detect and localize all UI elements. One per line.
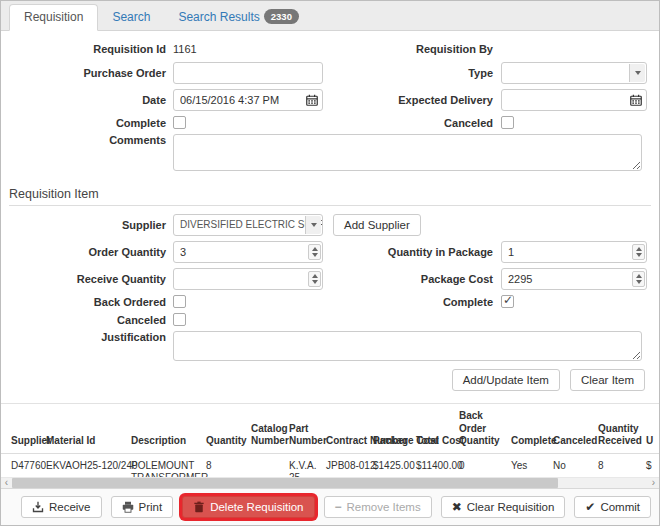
supplier-label: Supplier: [1, 219, 166, 231]
add-update-item-button[interactable]: Add/Update Item: [452, 369, 560, 391]
clear-item-button[interactable]: Clear Item: [570, 369, 645, 391]
chevron-down-icon: [629, 64, 645, 82]
print-button-label: Print: [139, 501, 163, 513]
number-stepper-icon[interactable]: [308, 271, 321, 287]
clear-requisition-button-label: Clear Requisition: [467, 501, 555, 513]
receive-quantity-input[interactable]: [173, 268, 323, 290]
table-cell: K.V.A. 25 120/240: [289, 453, 326, 477]
items-table-header: SupplierMaterial IdDescriptionQuantityCa…: [1, 404, 659, 454]
scrollbar-track[interactable]: [558, 478, 648, 488]
table-cell: Yes: [511, 453, 553, 477]
receive-quantity-label: Receive Quantity: [1, 273, 166, 285]
complete-checkbox[interactable]: [173, 116, 186, 129]
table-cell: 8: [206, 453, 251, 477]
quantity-in-package-input[interactable]: [501, 241, 647, 263]
table-header-cell: Quantity: [206, 404, 251, 454]
table-header-cell: Total Cost: [416, 404, 459, 454]
receive-button[interactable]: Receive: [21, 496, 102, 518]
justification-textarea[interactable]: [173, 331, 642, 361]
package-cost-label: Package Cost: [333, 273, 493, 285]
table-cell: EKVAOH25-120/240: [46, 453, 131, 477]
comments-label: Comments: [1, 134, 166, 146]
number-stepper-icon[interactable]: [632, 244, 645, 260]
quantity-in-package-label: Quantity in Package: [333, 246, 493, 258]
table-header-cell: Package Cost: [373, 404, 416, 454]
print-button[interactable]: Print: [111, 496, 174, 518]
table-cell: JPB08-012: [326, 453, 373, 477]
requisition-app: { "tabs": { "requisition": "Requisition"…: [0, 0, 660, 526]
table-header-cell: Description: [131, 404, 206, 454]
purchase-order-label: Purchase Order: [1, 67, 166, 79]
back-ordered-checkbox[interactable]: [173, 295, 186, 308]
tab-search-results-label: Search Results: [178, 10, 259, 24]
comments-textarea[interactable]: [173, 134, 642, 171]
tab-search[interactable]: Search: [98, 5, 164, 30]
table-cell: [251, 453, 289, 477]
table-cell: $1425.00: [373, 453, 416, 477]
package-cost-input[interactable]: [501, 268, 647, 290]
x-icon: ✖: [452, 501, 462, 513]
clear-requisition-button[interactable]: ✖ Clear Requisition: [441, 496, 566, 518]
type-select[interactable]: [501, 62, 647, 84]
table-header-cell: Contract Number: [326, 404, 373, 454]
table-header-cell: U: [646, 404, 659, 454]
item-complete-checkbox[interactable]: [501, 295, 514, 308]
items-table-container: SupplierMaterial IdDescriptionQuantityCa…: [1, 403, 659, 477]
date-input[interactable]: [173, 89, 323, 111]
type-label: Type: [333, 67, 493, 79]
horizontal-scrollbar[interactable]: ‹ ›: [1, 477, 659, 488]
commit-button-label: Commit: [600, 501, 640, 513]
table-cell: $: [646, 453, 659, 477]
tab-bar: Requisition Search Search Results2330: [1, 1, 659, 31]
tab-requisition[interactable]: Requisition: [9, 4, 98, 31]
tab-search-results[interactable]: Search Results2330: [164, 4, 313, 30]
remove-items-button[interactable]: − Remove Items: [324, 496, 432, 518]
scroll-right-icon[interactable]: ›: [648, 478, 659, 488]
table-header-cell: Material Id: [46, 404, 131, 454]
purchase-order-input[interactable]: [173, 62, 323, 84]
check-icon: ✔: [585, 501, 595, 513]
item-canceled-label: Canceled: [1, 314, 166, 326]
table-row[interactable]: D47760EKVAOH25-120/240POLEMOUNT TRANSFOR…: [1, 453, 659, 477]
item-canceled-checkbox[interactable]: [173, 313, 186, 326]
table-header-cell: Complete: [511, 404, 553, 454]
table-cell: D47760: [1, 453, 46, 477]
scroll-left-icon[interactable]: ‹: [1, 478, 12, 488]
table-header-cell: Back Order Quantity: [459, 404, 511, 454]
table-header-cell: Catalog Number: [251, 404, 289, 454]
requisition-id-label: Requisition Id: [1, 43, 166, 55]
minus-icon: −: [335, 501, 342, 513]
table-cell: POLEMOUNT TRANSFORMER KVA 25 120/240: [131, 453, 206, 477]
item-complete-label: Complete: [333, 296, 493, 308]
requisition-item-section-title: Requisition Item: [9, 187, 651, 206]
order-quantity-input[interactable]: [173, 241, 323, 263]
expected-delivery-label: Expected Delivery: [333, 94, 493, 106]
date-label: Date: [1, 94, 166, 106]
table-header-cell: Part Number: [289, 404, 326, 454]
table-cell: 8: [598, 453, 646, 477]
supplier-select[interactable]: DIVERSIFIED ELECTRIC SUPPLY: [173, 214, 323, 236]
receive-button-label: Receive: [49, 501, 91, 513]
items-table: SupplierMaterial IdDescriptionQuantityCa…: [1, 403, 659, 477]
delete-requisition-button[interactable]: Delete Requisition: [182, 496, 314, 518]
scrollbar-thumb[interactable]: [12, 478, 558, 488]
table-header-cell: Canceled: [553, 404, 598, 454]
delete-requisition-button-label: Delete Requisition: [210, 501, 303, 513]
add-supplier-button[interactable]: Add Supplier: [333, 214, 421, 236]
printer-icon: [122, 501, 134, 513]
canceled-checkbox[interactable]: [501, 116, 514, 129]
number-stepper-icon[interactable]: [632, 271, 645, 287]
expected-delivery-input[interactable]: [501, 89, 647, 111]
table-header-cell: Quantity Received: [598, 404, 646, 454]
trash-icon: [193, 501, 205, 513]
table-header-cell: Supplier: [1, 404, 46, 454]
supplier-select-value: DIVERSIFIED ELECTRIC SUPPLY: [180, 219, 323, 230]
chevron-down-icon: [305, 216, 321, 234]
complete-label: Complete: [1, 117, 166, 129]
remove-items-button-label: Remove Items: [347, 501, 421, 513]
number-stepper-icon[interactable]: [308, 244, 321, 260]
commit-button[interactable]: ✔ Commit: [574, 496, 651, 518]
requisition-id-value: 1161: [173, 41, 323, 57]
requisition-by-label: Requisition By: [333, 43, 493, 55]
receive-icon: [32, 501, 44, 513]
